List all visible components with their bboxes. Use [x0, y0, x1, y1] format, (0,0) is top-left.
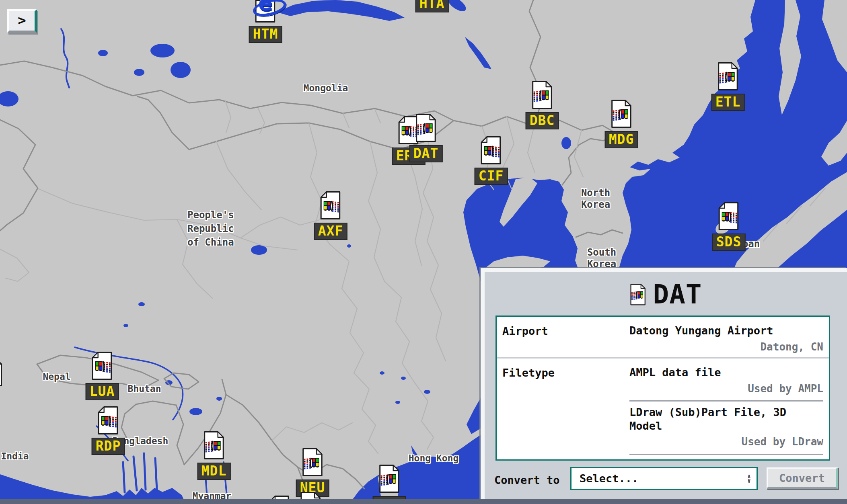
windows-file-icon: [0, 357, 3, 387]
file-marker-RDP[interactable]: RDP: [92, 406, 125, 455]
file-marker-ETL[interactable]: ETL: [711, 61, 745, 111]
filetype-row: Filetype AMPL data fileUsed by AMPLLDraw…: [497, 359, 829, 461]
file-detail-panel: DAT Airport Datong Yungang Airport Daton…: [481, 268, 847, 504]
panel-title: DAT: [485, 281, 847, 308]
filetype-used-by: Used by AMPL: [629, 383, 823, 395]
marker-label: MDG: [605, 131, 638, 148]
bottom-bar: [0, 499, 847, 504]
marker-label: RDP: [92, 438, 125, 455]
file-marker-SDS[interactable]: SDS: [712, 201, 746, 251]
filetype-used-by: Used by LDraw: [629, 436, 823, 448]
file-details-table: Airport Datong Yungang Airport Datong, C…: [495, 316, 830, 461]
marker-label: CIF: [475, 168, 508, 185]
windows-file-icon: [320, 191, 341, 220]
file-marker-clipped[interactable]: [0, 357, 3, 387]
convert-button[interactable]: Convert: [767, 467, 838, 489]
file-marker-NEU[interactable]: NEU: [296, 447, 329, 497]
windows-file-icon: [97, 406, 119, 435]
file-marker-AXF[interactable]: AXF: [314, 191, 347, 240]
windows-file-icon: [203, 430, 225, 460]
file-marker-DAT[interactable]: DAT: [409, 113, 443, 162]
filetype-name: AMPL data file: [629, 366, 823, 379]
windows-file-icon: [480, 135, 502, 165]
panel-title-text: DAT: [653, 281, 702, 308]
windows-file-icon: [378, 464, 400, 494]
marker-label: HTM: [249, 26, 282, 43]
file-marker-DBC[interactable]: DBC: [526, 80, 559, 129]
marker-label: DAT: [409, 145, 443, 162]
marker-label: HTA: [415, 0, 449, 12]
file-marker-CIF[interactable]: CIF: [475, 135, 508, 185]
filetype-name: Data: [629, 459, 823, 461]
marker-label: MDL: [197, 463, 231, 480]
windows-file-icon: [531, 80, 553, 110]
sidebar-toggle-button[interactable]: >: [7, 9, 37, 33]
windows-file-icon: [717, 61, 739, 91]
marker-label: ETL: [711, 94, 745, 111]
airport-row-label: Airport: [497, 317, 629, 357]
windows-file-icon: [629, 283, 646, 306]
marker-label: DBC: [526, 112, 559, 129]
marker-label: SDS: [712, 234, 746, 251]
convert-row: Convert to Select... ∧∨ Convert: [485, 464, 847, 494]
airport-row: Airport Datong Yungang Airport Datong, C…: [497, 317, 829, 357]
filetype-row-label: Filetype: [497, 359, 629, 461]
filetype-entry: Data: [629, 459, 823, 461]
marker-label: AXF: [314, 223, 347, 240]
airport-name: Datong Yungang Airport: [629, 324, 823, 338]
filetype-name: LDraw (Sub)Part File, 3D Model: [629, 406, 823, 433]
file-marker-LUA[interactable]: LUA: [86, 351, 119, 400]
filetype-list: AMPL data fileUsed by AMPLLDraw (Sub)Par…: [629, 359, 829, 461]
marker-label: LUA: [86, 383, 119, 400]
file-marker-MDL[interactable]: MDL: [197, 430, 231, 480]
filetype-entry: LDraw (Sub)Part File, 3D ModelUsed by LD…: [629, 406, 823, 449]
filetype-divider: [629, 454, 823, 455]
filetype-entry: AMPL data fileUsed by AMPL: [629, 366, 823, 395]
windows-file-icon: [302, 447, 323, 477]
windows-file-icon: [611, 99, 632, 129]
select-chevrons-icon: ∧∨: [747, 474, 751, 483]
select-value: Select...: [580, 472, 638, 485]
convert-to-label: Convert to: [494, 474, 560, 486]
internet-explorer-icon: e: [258, 0, 272, 14]
filetype-divider: [629, 400, 823, 402]
html-file-icon: e: [255, 0, 276, 23]
file-marker-HTA[interactable]: HTA: [415, 0, 449, 12]
windows-file-icon: [718, 201, 740, 231]
file-flight-game: MongoliaPeople'sRepublicof ChinaNorthKor…: [0, 0, 847, 504]
convert-target-select[interactable]: Select... ∧∨: [570, 467, 758, 490]
windows-file-icon: [91, 351, 113, 381]
file-marker-HTM[interactable]: eHTM: [249, 0, 282, 43]
file-marker-MDG[interactable]: MDG: [605, 99, 638, 148]
windows-file-icon: [415, 113, 437, 143]
chevron-right-icon: >: [18, 12, 26, 28]
file-marker-BAR[interactable]: BAR: [373, 464, 406, 504]
airport-location: Datong, CN: [629, 341, 823, 353]
